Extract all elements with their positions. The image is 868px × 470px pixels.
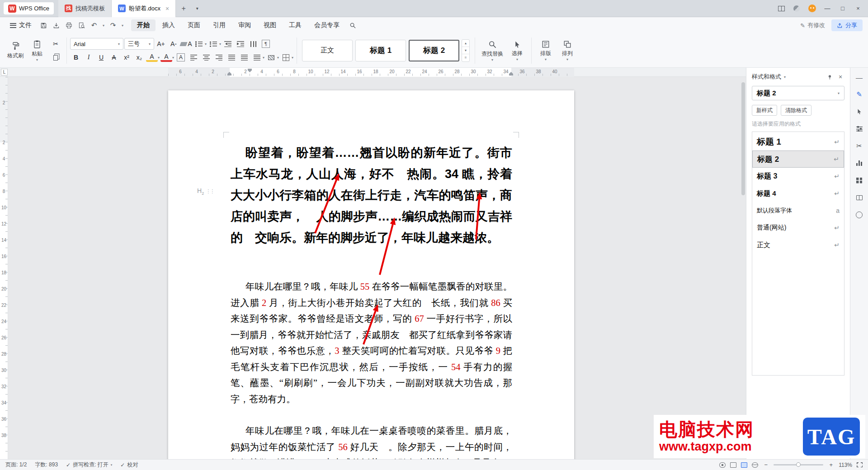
gallery-up-icon[interactable]: ▴: [462, 40, 469, 47]
menu-tab[interactable]: 开始: [131, 19, 156, 31]
proofread-button[interactable]: ✓ 校对: [120, 461, 138, 469]
style-list-item[interactable]: 标题 3↵: [752, 168, 844, 185]
borders-button[interactable]: [280, 52, 292, 63]
paragraph-heading[interactable]: 盼望着，盼望着……翘首以盼的新年近了。街市上车水马龙，人山人海，好不 热闹。34…: [231, 142, 512, 249]
help-icon[interactable]: [854, 210, 864, 220]
character-border-button[interactable]: A: [175, 52, 187, 63]
new-tab-button[interactable]: +: [178, 3, 189, 14]
panel-close-icon[interactable]: ×: [836, 73, 844, 81]
justify-button[interactable]: [226, 52, 237, 63]
share-button[interactable]: 分享: [831, 19, 863, 31]
align-center-button[interactable]: [200, 52, 212, 63]
font-size-combo[interactable]: 三号 ▾: [124, 38, 154, 50]
panel-title-chevron-icon[interactable]: ▾: [784, 75, 786, 79]
tab-stop-selector[interactable]: L: [1, 69, 8, 75]
redo-button[interactable]: ↷: [108, 20, 118, 31]
italic-button[interactable]: I: [83, 52, 94, 63]
align-right-button[interactable]: [213, 52, 225, 63]
wps-home-button[interactable]: W WPS Office: [4, 2, 54, 14]
document-tab[interactable]: 找找稿壳模板: [58, 0, 112, 17]
shrink-font-button[interactable]: A-: [168, 38, 179, 49]
fit-page-icon[interactable]: [857, 462, 863, 467]
underline-button[interactable]: U: [95, 52, 107, 63]
distribute-button[interactable]: [238, 52, 250, 63]
font-family-combo[interactable]: Arial ▾: [70, 38, 123, 50]
borders-chevron-icon[interactable]: ▾: [292, 56, 293, 60]
vertical-scrollbar[interactable]: [741, 79, 745, 457]
assistant-icon[interactable]: [807, 5, 816, 13]
find-replace-chevron-icon[interactable]: ▾: [491, 59, 493, 61]
zoom-slider[interactable]: [774, 464, 823, 465]
line-spacing-chevron-icon[interactable]: ▾: [263, 56, 264, 60]
find-replace-button[interactable]: 查找替换 ▾: [478, 36, 506, 66]
undo-chevron-icon[interactable]: ▾: [101, 24, 106, 28]
zoom-level[interactable]: 113%: [839, 462, 852, 468]
superscript-button[interactable]: x²: [121, 52, 132, 63]
undo-button[interactable]: ↶: [89, 20, 99, 31]
clear-format-panel-button[interactable]: 清除格式: [781, 105, 811, 116]
highlight-color-button[interactable]: A: [146, 53, 158, 62]
document-tab[interactable]: W盼望着.docx×: [112, 0, 176, 17]
layout-chevron-icon[interactable]: ▾: [545, 59, 547, 61]
zoom-in-button[interactable]: +: [828, 461, 834, 468]
copy-button[interactable]: [50, 52, 61, 63]
style-gallery-item[interactable]: 正文: [302, 40, 353, 61]
text-direction-button[interactable]: [247, 38, 259, 49]
menu-tab[interactable]: 插入: [156, 19, 181, 31]
maximize-button[interactable]: □: [838, 5, 847, 13]
shading-chevron-icon[interactable]: ▾: [277, 56, 279, 60]
pin-icon[interactable]: [826, 73, 834, 81]
grow-font-button[interactable]: A+: [155, 38, 167, 49]
clear-format-button[interactable]: A: [180, 38, 192, 49]
menu-tab[interactable]: 页面: [182, 19, 206, 31]
page-indicator[interactable]: 页面: 1/2: [5, 461, 27, 469]
select-cursor-icon[interactable]: [854, 107, 864, 117]
save-icon[interactable]: [38, 20, 49, 31]
font-color-button[interactable]: A: [160, 53, 172, 62]
format-settings-icon[interactable]: [854, 124, 864, 134]
style-list-item[interactable]: 标题 2↵: [752, 150, 844, 168]
font-color-chevron-icon[interactable]: ▾: [172, 56, 174, 60]
book-icon[interactable]: [854, 193, 864, 202]
print-icon[interactable]: [63, 20, 74, 31]
paragraph-body-2[interactable]: 年味儿在哪里？哦，年味儿在一桌桌香喷喷的菜香里。腊月底，妈妈为过年的饭菜忙活了 …: [231, 423, 512, 459]
menu-tab[interactable]: 视图: [258, 19, 282, 31]
scrollbar-thumb[interactable]: [741, 82, 745, 195]
print-preview-icon[interactable]: [76, 20, 87, 31]
document-page[interactable]: H2 ⋮⋮ 盼望着，盼望着……翘首以盼的新年近了。街市上车水马龙，人山人海，好不…: [168, 90, 574, 459]
increase-indent-button[interactable]: [235, 38, 246, 49]
highlight-chevron-icon[interactable]: ▾: [158, 56, 160, 60]
style-list-item[interactable]: 标题 1↵: [752, 133, 844, 150]
chart-icon[interactable]: [854, 158, 864, 168]
print-layout-icon[interactable]: [741, 462, 747, 468]
style-gallery-item[interactable]: 标题 2: [409, 40, 459, 61]
modified-indicator[interactable]: ✎ 有修改: [800, 21, 825, 29]
subscript-button[interactable]: x₂: [133, 52, 145, 63]
bullets-button[interactable]: [193, 38, 205, 49]
style-gallery-item[interactable]: 标题 1: [355, 40, 406, 61]
select-button[interactable]: 选择 ▾: [506, 36, 528, 66]
vertical-ruler[interactable]: 22468101214161820222426283032343638: [0, 77, 8, 459]
menu-tab[interactable]: 审阅: [232, 19, 257, 31]
strikethrough-button[interactable]: A: [108, 52, 120, 63]
collapse-panel-icon[interactable]: —: [854, 72, 864, 82]
style-list-item[interactable]: 默认段落字体a: [752, 202, 844, 219]
search-icon[interactable]: [347, 20, 358, 31]
paste-chevron-icon[interactable]: ▾: [36, 59, 38, 61]
minimize-button[interactable]: —: [823, 5, 832, 13]
close-tab-icon[interactable]: ×: [165, 5, 169, 12]
paste-button[interactable]: 粘贴 ▾: [26, 36, 48, 66]
close-button[interactable]: ×: [854, 5, 863, 13]
bullets-chevron-icon[interactable]: ▾: [205, 42, 207, 46]
redo-chevron-icon[interactable]: ▾: [120, 24, 125, 28]
numbering-chevron-icon[interactable]: ▾: [219, 42, 221, 46]
zoom-out-button[interactable]: −: [763, 461, 769, 468]
cut-button[interactable]: ✂: [50, 38, 61, 49]
line-spacing-button[interactable]: [251, 52, 263, 63]
read-mode-icon[interactable]: [730, 462, 736, 468]
heading2-paragraph-handle[interactable]: H2 ⋮⋮: [197, 187, 214, 196]
skin-theme-icon[interactable]: [792, 5, 801, 13]
shading-button[interactable]: [265, 52, 277, 63]
paragraph-body-1[interactable]: 年味儿在哪里？哦，年味儿 55 在爷爷一幅幅笔墨飘香的对联里。进入腊 2 月，街…: [231, 279, 512, 407]
menu-tab[interactable]: 工具: [283, 19, 307, 31]
